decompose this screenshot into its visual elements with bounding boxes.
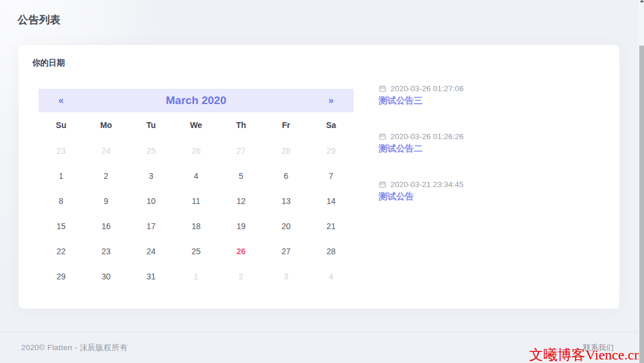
calendar-day[interactable]: 27: [219, 138, 264, 163]
announcement-timestamp: 2020-03-26 01:26:26: [390, 132, 463, 141]
calendar-grid: 2324252627282912345678910111213141516171…: [39, 138, 354, 289]
announcement-timestamp: 2020-03-21 23:34:45: [390, 180, 463, 189]
calendar-day[interactable]: 10: [129, 188, 174, 213]
announcement-link[interactable]: 测试公告二: [379, 143, 423, 154]
announcement-item: 2020-03-21 23:34:45 测试公告: [379, 178, 601, 203]
calendar-next-button[interactable]: »: [309, 95, 354, 106]
calendar-day[interactable]: 11: [174, 188, 219, 213]
calendar-icon: [379, 133, 386, 140]
calendar-day[interactable]: 26: [174, 138, 219, 163]
calendar-day[interactable]: 30: [84, 264, 129, 289]
announcement-date-row: 2020-03-21 23:34:45: [379, 178, 601, 190]
calendar-day[interactable]: 4: [174, 163, 219, 188]
calendar-header: « March 2020 »: [39, 89, 354, 112]
calendar-weekday-row: SuMoTuWeThFrSa: [39, 112, 354, 138]
footer-copyright: 2020© Flatten - 沫辰版权所有: [21, 343, 127, 353]
calendar-month-title: March 2020: [84, 94, 309, 107]
calendar-day[interactable]: 9: [84, 188, 129, 213]
calendar-weekday-label: Su: [39, 112, 84, 138]
calendar-weekday-label: We: [174, 112, 219, 138]
calendar-day[interactable]: 21: [309, 213, 354, 238]
calendar-prev-button[interactable]: «: [39, 95, 84, 106]
calendar-day[interactable]: 28: [264, 138, 309, 163]
footer: 2020© Flatten - 沫辰版权所有 联系我们: [0, 332, 644, 363]
calendar-weekday-label: Sa: [309, 112, 354, 138]
scrollbar-arrow-mark: [640, 1, 643, 2]
calendar-weekday-label: Tu: [129, 112, 174, 138]
calendar-day[interactable]: 15: [39, 213, 84, 238]
calendar-day[interactable]: 14: [309, 188, 354, 213]
announcement-list: 2020-03-26 01:27:06 测试公告三 2020-03-26 01:…: [379, 82, 601, 226]
footer-contact-link[interactable]: 联系我们: [583, 343, 614, 353]
calendar-day[interactable]: 19: [219, 213, 264, 238]
announcement-item: 2020-03-26 01:26:26 测试公告二: [379, 130, 601, 155]
calendar-day[interactable]: 24: [84, 138, 129, 163]
calendar-day[interactable]: 12: [219, 188, 264, 213]
announcement-date-row: 2020-03-26 01:26:26: [379, 130, 601, 142]
calendar-day[interactable]: 29: [309, 138, 354, 163]
announcement-date-row: 2020-03-26 01:27:06: [379, 82, 601, 94]
calendar-day[interactable]: 6: [264, 163, 309, 188]
calendar-day[interactable]: 23: [39, 138, 84, 163]
calendar-day[interactable]: 24: [129, 238, 174, 264]
announcement-link[interactable]: 测试公告三: [379, 95, 423, 106]
calendar-day[interactable]: 2: [219, 264, 264, 289]
calendar-day[interactable]: 5: [219, 163, 264, 188]
calendar-day[interactable]: 28: [309, 238, 354, 264]
calendar-day[interactable]: 23: [84, 238, 129, 264]
calendar: « March 2020 » SuMoTuWeThFrSa 2324252627…: [39, 89, 354, 289]
calendar-day[interactable]: 13: [264, 188, 309, 213]
calendar-day[interactable]: 25: [129, 138, 174, 163]
calendar-day[interactable]: 2: [84, 163, 129, 188]
announcement-link[interactable]: 测试公告: [379, 191, 414, 202]
calendar-day[interactable]: 31: [129, 264, 174, 289]
announcement-card: 你的日期 « March 2020 » SuMoTuWeThFrSa 23242…: [19, 45, 619, 309]
calendar-day[interactable]: 20: [264, 213, 309, 238]
calendar-day[interactable]: 22: [39, 238, 84, 264]
calendar-day[interactable]: 17: [129, 213, 174, 238]
calendar-day[interactable]: 3: [129, 163, 174, 188]
calendar-day[interactable]: 18: [174, 213, 219, 238]
calendar-day[interactable]: 27: [264, 238, 309, 264]
calendar-day[interactable]: 1: [174, 264, 219, 289]
calendar-icon: [379, 181, 386, 188]
calendar-day[interactable]: 7: [309, 163, 354, 188]
card-title: 你的日期: [32, 58, 65, 68]
calendar-day[interactable]: 4: [309, 264, 354, 289]
calendar-weekday-label: Fr: [264, 112, 309, 138]
calendar-day[interactable]: 16: [84, 213, 129, 238]
calendar-day[interactable]: 1: [39, 163, 84, 188]
announcement-timestamp: 2020-03-26 01:27:06: [390, 84, 463, 93]
calendar-icon: [379, 85, 386, 92]
calendar-weekday-label: Mo: [84, 112, 129, 138]
scrollbar-thumb[interactable]: [639, 46, 644, 363]
scrollbar[interactable]: [639, 0, 644, 363]
calendar-day[interactable]: 29: [39, 264, 84, 289]
calendar-weekday-label: Th: [219, 112, 264, 138]
page-title: 公告列表: [18, 13, 61, 27]
announcement-item: 2020-03-26 01:27:06 测试公告三: [379, 82, 601, 107]
calendar-day[interactable]: 3: [264, 264, 309, 289]
calendar-day[interactable]: 25: [174, 238, 219, 264]
calendar-day[interactable]: 8: [39, 188, 84, 213]
calendar-day[interactable]: 26: [219, 238, 264, 264]
